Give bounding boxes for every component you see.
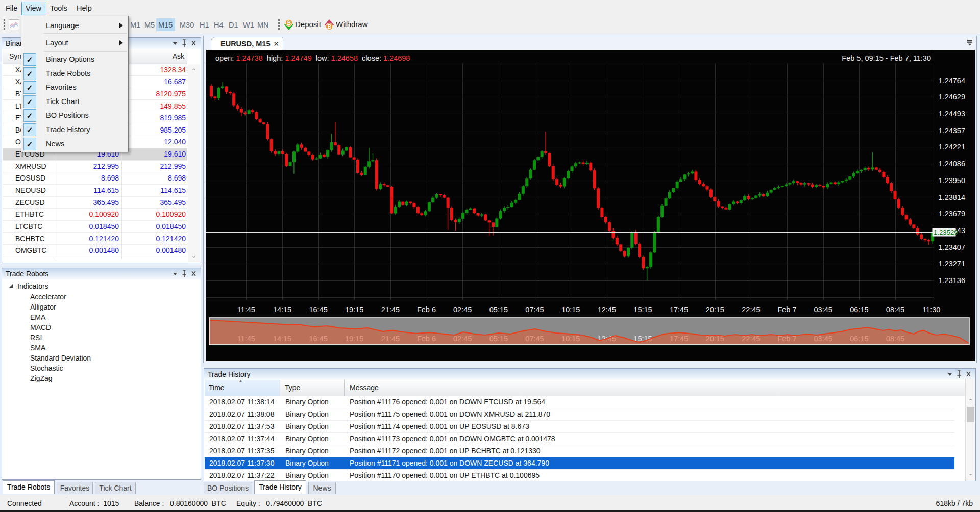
svg-text:11:45: 11:45: [237, 305, 255, 314]
svg-text:₿: ₿: [287, 20, 291, 26]
svg-text:11:30: 11:30: [922, 305, 940, 314]
svg-text:02:45: 02:45: [453, 305, 472, 314]
svg-text:19:15: 19:15: [345, 305, 363, 314]
svg-text:1.24086: 1.24086: [939, 160, 965, 168]
svg-text:1.24357: 1.24357: [939, 126, 965, 135]
svg-text:12:45: 12:45: [598, 305, 616, 314]
svg-text:08:45: 08:45: [886, 305, 904, 314]
svg-text:1.23950: 1.23950: [939, 176, 965, 185]
svg-text:₿: ₿: [327, 24, 331, 30]
svg-text:1.24221: 1.24221: [939, 143, 965, 151]
svg-text:Feb 7: Feb 7: [777, 305, 796, 314]
svg-text:16:45: 16:45: [309, 305, 327, 314]
svg-text:05:15: 05:15: [489, 305, 508, 314]
svg-text:Feb 5, 09:15 - Feb 7, 11:30: Feb 5, 09:15 - Feb 7, 11:30: [842, 54, 931, 62]
svg-text:1.24629: 1.24629: [939, 93, 965, 101]
svg-text:1.23407: 1.23407: [939, 243, 965, 251]
svg-text:10:15: 10:15: [561, 305, 580, 314]
svg-text:07:45: 07:45: [525, 305, 544, 314]
svg-text:06:15: 06:15: [850, 305, 868, 314]
svg-text:1.24764: 1.24764: [939, 76, 965, 85]
svg-text:open: 1.24738 high: 1.24749: open: 1.24738 high: 1.24749 low: 1.24658…: [215, 54, 410, 62]
svg-text:1.23136: 1.23136: [939, 276, 965, 285]
svg-text:1.23271: 1.23271: [939, 260, 965, 268]
svg-text:22:45: 22:45: [742, 305, 760, 314]
svg-text:15:15: 15:15: [633, 305, 652, 314]
svg-text:20:15: 20:15: [706, 305, 724, 314]
svg-text:1.23529: 1.23529: [934, 228, 958, 236]
svg-text:03:45: 03:45: [814, 305, 832, 314]
svg-text:17:45: 17:45: [670, 305, 688, 314]
svg-text:Feb 6: Feb 6: [417, 305, 436, 314]
svg-text:21:45: 21:45: [381, 305, 400, 314]
svg-text:1.23679: 1.23679: [939, 210, 965, 218]
svg-text:14:15: 14:15: [273, 305, 291, 314]
svg-text:1.24493: 1.24493: [939, 110, 965, 118]
svg-text:1.23814: 1.23814: [939, 193, 965, 201]
